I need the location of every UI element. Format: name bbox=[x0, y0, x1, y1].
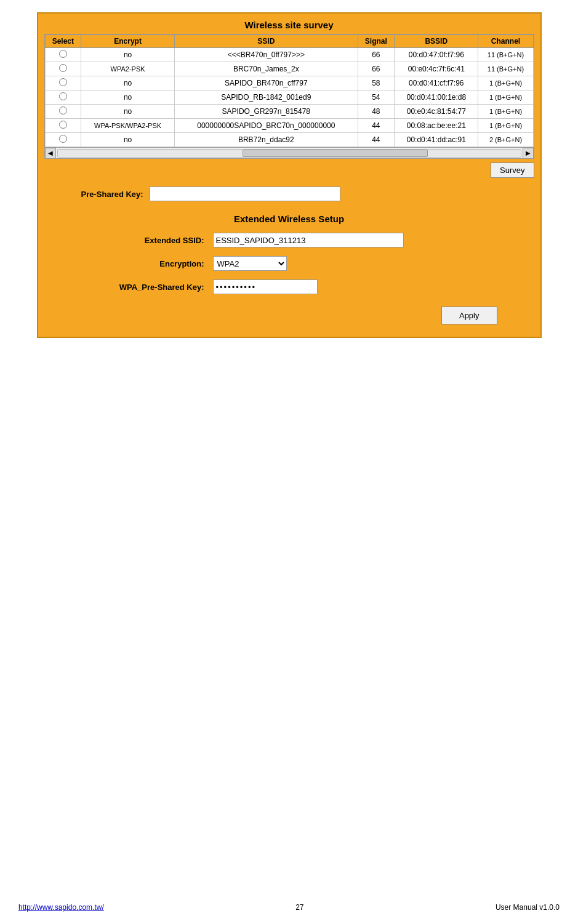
select-cell[interactable] bbox=[45, 76, 81, 90]
channel-cell: 1 (B+G+N) bbox=[478, 105, 533, 119]
bssid-cell: 00:d0:41:cf:f7:96 bbox=[395, 76, 478, 90]
encryption-row: Encryption: WPA2 WPA WEP none bbox=[94, 256, 534, 271]
select-cell[interactable] bbox=[45, 119, 81, 133]
col-header-signal: Signal bbox=[358, 35, 394, 48]
ews-title: Extended Wireless Setup bbox=[44, 214, 534, 224]
channel-cell: 11 (B+G+N) bbox=[478, 48, 533, 62]
survey-table-container: Select Encrypt SSID Signal BSSID Channel… bbox=[44, 34, 534, 159]
col-header-bssid: BSSID bbox=[395, 35, 478, 48]
survey-table: Select Encrypt SSID Signal BSSID Channel… bbox=[45, 34, 534, 147]
encrypt-cell: no bbox=[81, 133, 175, 147]
scroll-thumb[interactable] bbox=[243, 150, 428, 157]
bssid-cell: 00:d0:41:dd:ac:91 bbox=[395, 133, 478, 147]
encryption-select-row: WPA2 WPA WEP none bbox=[213, 256, 287, 271]
col-header-encrypt: Encrypt bbox=[81, 35, 175, 48]
main-panel: Wireless site survey Select Encrypt SSID… bbox=[37, 12, 542, 338]
apply-row: Apply bbox=[44, 307, 497, 324]
encrypt-cell: no bbox=[81, 105, 175, 119]
ssid-cell: SAPIDO_GR297n_815478 bbox=[175, 105, 358, 119]
footer-page: 27 bbox=[295, 903, 303, 912]
network-radio[interactable] bbox=[59, 78, 67, 86]
psk-section: Pre-Shared Key: bbox=[81, 187, 534, 201]
encrypt-cell: no bbox=[81, 76, 175, 90]
bssid-cell: 00:08:ac:be:ee:21 bbox=[395, 119, 478, 133]
select-cell[interactable] bbox=[45, 48, 81, 62]
ssid-cell: BRC70n_James_2x bbox=[175, 62, 358, 76]
psk-label: Pre-Shared Key: bbox=[81, 190, 143, 199]
essid-input[interactable] bbox=[213, 233, 404, 247]
signal-cell: 66 bbox=[358, 62, 394, 76]
select-cell[interactable] bbox=[45, 133, 81, 147]
ssid-cell: SAPIDO_RB-1842_001ed9 bbox=[175, 90, 358, 105]
encrypt-cell: no bbox=[81, 90, 175, 105]
network-radio[interactable] bbox=[59, 135, 67, 143]
select-cell[interactable] bbox=[45, 62, 81, 76]
ssid-cell: 000000000SAPIDO_BRC70n_000000000 bbox=[175, 119, 358, 133]
signal-cell: 44 bbox=[358, 133, 394, 147]
network-radio[interactable] bbox=[59, 92, 67, 100]
ssid-cell: BRB72n_ddac92 bbox=[175, 133, 358, 147]
signal-cell: 44 bbox=[358, 119, 394, 133]
channel-cell: 1 (B+G+N) bbox=[478, 76, 533, 90]
survey-title: Wireless site survey bbox=[44, 20, 534, 30]
horizontal-scrollbar[interactable]: ◀ ▶ bbox=[45, 147, 534, 158]
col-header-channel: Channel bbox=[478, 35, 533, 48]
ews-form: Extended SSID: Encryption: WPA2 WPA WEP … bbox=[94, 233, 534, 294]
bssid-cell: 00:e0:4c:7f:6c:41 bbox=[395, 62, 478, 76]
signal-cell: 66 bbox=[358, 48, 394, 62]
table-scroll-area[interactable]: Select Encrypt SSID Signal BSSID Channel… bbox=[45, 34, 534, 147]
scroll-left-arrow[interactable]: ◀ bbox=[45, 148, 56, 159]
col-header-ssid: SSID bbox=[175, 35, 358, 48]
table-row: no<<<BR470n_0ff797>>>6600:d0:47:0f:f7:96… bbox=[45, 48, 533, 62]
scroll-right-arrow[interactable]: ▶ bbox=[523, 148, 534, 159]
network-radio[interactable] bbox=[59, 106, 67, 114]
bssid-cell: 00:e0:4c:81:54:77 bbox=[395, 105, 478, 119]
channel-cell: 2 (B+G+N) bbox=[478, 133, 533, 147]
wpa-psk-row: WPA_Pre-Shared Key: bbox=[94, 279, 534, 294]
encrypt-cell: no bbox=[81, 48, 175, 62]
wpa-psk-input[interactable] bbox=[213, 279, 318, 294]
table-row: WPA2-PSKBRC70n_James_2x6600:e0:4c:7f:6c:… bbox=[45, 62, 533, 76]
network-radio[interactable] bbox=[59, 64, 67, 72]
wpa-psk-label: WPA_Pre-Shared Key: bbox=[94, 283, 204, 292]
table-row: noSAPIDO_RB-1842_001ed95400:d0:41:00:1e:… bbox=[45, 90, 533, 105]
signal-cell: 54 bbox=[358, 90, 394, 105]
psk-input[interactable] bbox=[150, 187, 340, 201]
essid-row: Extended SSID: bbox=[94, 233, 534, 247]
channel-cell: 1 (B+G+N) bbox=[478, 119, 533, 133]
footer-manual: User Manual v1.0.0 bbox=[496, 903, 560, 912]
channel-cell: 11 (B+G+N) bbox=[478, 62, 533, 76]
encryption-select[interactable]: WPA2 WPA WEP none bbox=[213, 256, 287, 271]
apply-button[interactable]: Apply bbox=[441, 307, 497, 324]
table-row: noBRB72n_ddac924400:d0:41:dd:ac:912 (B+G… bbox=[45, 133, 533, 147]
ssid-cell: <<<BR470n_0ff797>>> bbox=[175, 48, 358, 62]
survey-button[interactable]: Survey bbox=[491, 163, 534, 178]
signal-cell: 58 bbox=[358, 76, 394, 90]
select-cell[interactable] bbox=[45, 90, 81, 105]
col-header-select: Select bbox=[45, 35, 81, 48]
bssid-cell: 00:d0:41:00:1e:d8 bbox=[395, 90, 478, 105]
encryption-label: Encryption: bbox=[94, 259, 204, 268]
table-row: noSAPIDO_GR297n_8154784800:e0:4c:81:54:7… bbox=[45, 105, 533, 119]
bssid-cell: 00:d0:47:0f:f7:96 bbox=[395, 48, 478, 62]
table-row: noSAPIDO_BR470n_cff7975800:d0:41:cf:f7:9… bbox=[45, 76, 533, 90]
ssid-cell: SAPIDO_BR470n_cff797 bbox=[175, 76, 358, 90]
signal-cell: 48 bbox=[358, 105, 394, 119]
encrypt-cell: WPA-PSK/WPA2-PSK bbox=[81, 119, 175, 133]
footer-link[interactable]: http://www.sapido.com.tw/ bbox=[18, 903, 104, 912]
table-row: WPA-PSK/WPA2-PSK000000000SAPIDO_BRC70n_0… bbox=[45, 119, 533, 133]
encrypt-cell: WPA2-PSK bbox=[81, 62, 175, 76]
network-radio[interactable] bbox=[59, 121, 67, 129]
channel-cell: 1 (B+G+N) bbox=[478, 90, 533, 105]
scroll-track[interactable] bbox=[57, 149, 521, 158]
page-footer: http://www.sapido.com.tw/ 27 User Manual… bbox=[18, 903, 560, 912]
survey-button-row: Survey bbox=[44, 163, 534, 178]
essid-label: Extended SSID: bbox=[94, 236, 204, 245]
network-radio[interactable] bbox=[59, 50, 67, 58]
select-cell[interactable] bbox=[45, 105, 81, 119]
